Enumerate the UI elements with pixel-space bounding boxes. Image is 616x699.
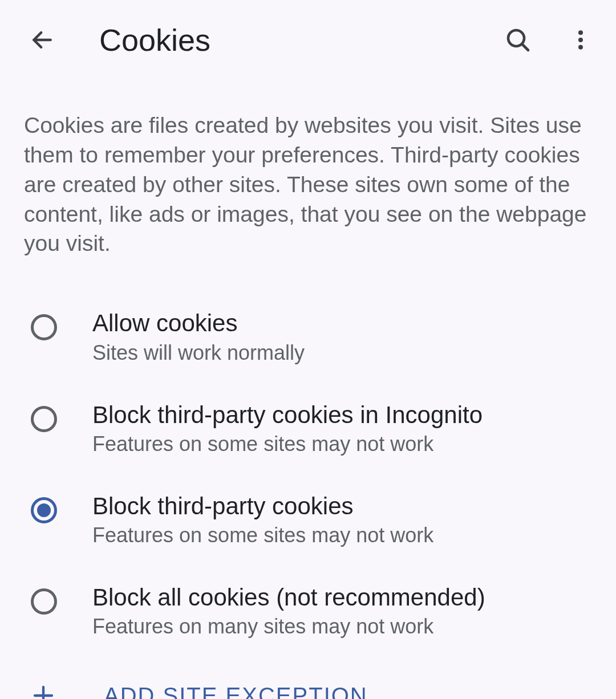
page-title: Cookies [99,22,495,58]
option-block-third-party-incognito[interactable]: Block third-party cookies in Incognito F… [0,383,616,474]
cookie-options-list: Allow cookies Sites will work normally B… [0,281,616,657]
option-block-all[interactable]: Block all cookies (not recommended) Feat… [0,566,616,657]
radio-block-all[interactable] [30,587,58,616]
plus-icon [27,680,59,699]
option-title: Block all cookies (not recommended) [92,584,485,611]
option-block-third-party[interactable]: Block third-party cookies Features on so… [0,474,616,566]
cookies-description: Cookies are files created by websites yo… [0,80,616,281]
option-subtitle: Features on some sites may not work [92,523,433,547]
add-site-exception-button[interactable]: ADD SITE EXCEPTION [0,657,616,699]
app-bar-actions [495,17,603,63]
app-bar: Cookies [0,0,616,80]
option-title: Allow cookies [92,310,305,337]
svg-line-2 [522,44,528,50]
option-title: Block third-party cookies in Incognito [92,401,483,429]
search-icon [504,26,532,54]
back-button[interactable] [19,17,65,63]
back-arrow-icon [30,27,55,52]
option-subtitle: Features on some sites may not work [92,432,483,456]
svg-point-5 [578,45,583,50]
radio-block-third-party[interactable] [30,496,58,525]
option-allow-cookies[interactable]: Allow cookies Sites will work normally [0,291,616,383]
add-site-exception-label: ADD SITE EXCEPTION [104,683,368,699]
radio-block-third-party-incognito[interactable] [30,405,58,433]
option-subtitle: Sites will work normally [92,341,305,365]
radio-allow-cookies[interactable] [30,313,58,342]
svg-point-3 [578,30,583,35]
option-title: Block third-party cookies [92,493,433,520]
more-vert-icon [568,27,593,52]
search-button[interactable] [495,17,541,63]
option-subtitle: Features on many sites may not work [92,615,485,639]
more-menu-button[interactable] [558,17,603,63]
svg-point-4 [578,38,583,42]
